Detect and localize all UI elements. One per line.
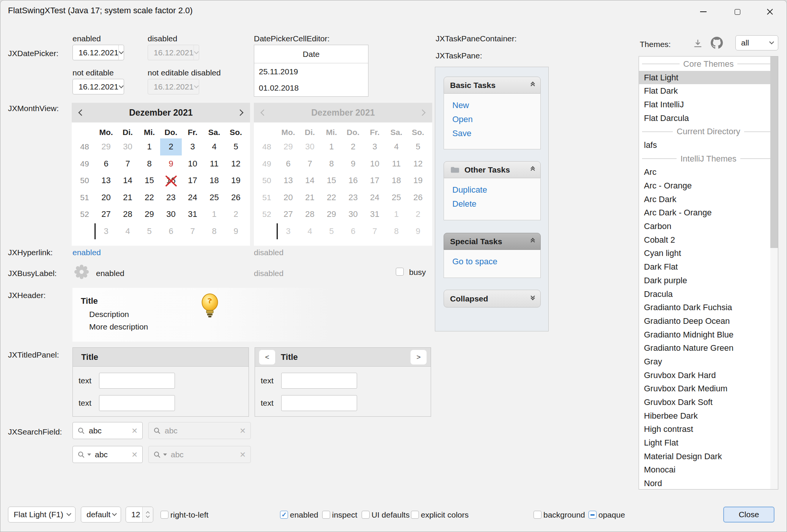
theme-item[interactable]: Gradianto Deep Ocean [639,314,778,328]
github-icon[interactable] [711,37,723,49]
theme-item[interactable]: Material Design Dark [639,450,778,463]
datepicker-enabled[interactable]: 16.12.2021 [72,45,124,60]
task-link[interactable]: Delete [452,199,540,213]
task-link[interactable]: Save [452,129,540,143]
calendar-day[interactable]: 1 [203,206,225,223]
enabled-checkbox[interactable] [280,511,288,519]
theme-item[interactable]: Hiberbee Dark [639,409,778,423]
theme-item[interactable]: Arc Dark - Orange [639,206,778,220]
calendar-day[interactable]: 6 [95,155,117,173]
clear-icon[interactable]: ✕ [131,450,138,459]
text-input[interactable] [99,395,175,411]
calendar-day[interactable]: 8 [203,223,225,240]
chevron-left-icon[interactable] [79,110,85,116]
task-link[interactable]: Open [452,115,540,129]
table-row[interactable]: 01.02.2018 [254,80,368,96]
calendar-day[interactable]: 19 [225,172,247,189]
close-button[interactable]: Close [723,507,774,523]
theme-item[interactable]: Gruvbox Dark Medium [639,382,778,396]
maximize-button[interactable] [725,3,749,21]
calendar-day[interactable]: 2 [160,138,182,155]
calendar-day[interactable]: 9 [160,155,182,173]
calendar-day[interactable]: 27 [95,206,117,223]
calendar-day[interactable]: 9 [225,223,247,240]
taskpane-header[interactable]: Basic Tasks [444,77,541,94]
theme-item[interactable]: Gruvbox Dark Hard [639,369,778,382]
theme-item[interactable]: Carbon [639,220,778,233]
calendar-day[interactable]: 5 [139,223,160,240]
theme-item[interactable]: Monocai [639,463,778,477]
text-input[interactable] [99,373,175,389]
calendar-day[interactable]: 26 [225,189,247,206]
theme-item[interactable]: Flat Dark [639,84,778,98]
minimize-button[interactable] [691,3,715,21]
theme-item[interactable]: Flat Darcula [639,111,778,125]
download-icon[interactable] [693,38,703,49]
calendar-day[interactable]: 13 [95,172,117,189]
calendar-day[interactable]: 5 [225,138,247,155]
calendar-day[interactable]: 23 [160,189,182,206]
calendar-day[interactable]: 30 [160,206,182,223]
font-size-spinner[interactable]: 12 [126,507,153,523]
theme-item[interactable]: Flat Light [639,71,778,85]
calendar-day[interactable]: 4 [117,223,139,240]
theme-item[interactable]: Nord [639,477,778,490]
calendar-day[interactable]: 14 [117,172,139,189]
theme-item[interactable]: Dracula [639,287,778,301]
taskpane-header[interactable]: Special Tasks [444,233,541,250]
themes-filter-combobox[interactable]: all [735,35,778,50]
calendar-day[interactable]: 24 [182,189,203,206]
calendar-day[interactable]: 7 [182,223,203,240]
calendar-day[interactable]: 29 [139,206,160,223]
task-link[interactable]: Go to space [452,257,540,271]
calendar-day[interactable]: 29 [95,138,117,155]
search-field-enabled[interactable]: abc ✕ [72,422,143,439]
spinner-buttons[interactable] [142,507,153,522]
prev-button[interactable]: < [259,350,275,365]
calendar-day[interactable]: 6 [160,223,182,240]
task-link[interactable]: Duplicate [452,185,540,199]
busy-checkbox[interactable] [396,268,404,276]
calendar-day[interactable]: 7 [117,155,139,173]
right-to-left-checkbox[interactable] [161,511,168,519]
scrollbar-thumb[interactable] [770,56,778,248]
clear-icon[interactable]: ✕ [131,426,138,435]
lookandfeel-combobox[interactable]: Flat Light (F1) [8,507,76,523]
calendar-day[interactable]: 3 [182,138,203,155]
datepicker-not-editable[interactable]: 16.12.2021 [72,79,124,94]
expand-icon[interactable] [531,297,534,301]
calendar-day[interactable]: 25 [203,189,225,206]
next-button[interactable]: > [410,350,427,365]
hyperlink-enabled[interactable]: enabled [72,248,101,257]
calendar-day[interactable]: 15 [139,172,160,189]
taskpane-header[interactable]: Collapsed [444,290,541,308]
calendar-day[interactable]: 18 [203,172,225,189]
calendar-day[interactable]: 30 [117,138,139,155]
theme-item[interactable]: Cyan light [639,247,778,261]
calendar-day[interactable]: 31 [182,206,203,223]
theme-item[interactable]: lafs [639,138,778,152]
calendar-day[interactable]: 4 [203,138,225,155]
theme-item[interactable]: Arc - Orange [639,179,778,193]
calendar-day[interactable]: 1 [139,138,160,155]
calendar-day[interactable]: 3 [95,223,117,240]
calendar-day[interactable]: 16 [160,172,182,189]
theme-item[interactable]: Dark purple [639,274,778,287]
calendar-day[interactable]: 10 [182,155,203,173]
theme-item[interactable]: Light Flat [639,436,778,450]
text-input[interactable] [281,373,357,389]
taskpane-header[interactable]: Other Tasks [444,161,541,178]
calendar-day[interactable]: 17 [182,172,203,189]
search-input[interactable]: abc [95,450,127,459]
chevron-right-icon[interactable] [237,110,244,116]
themes-scrollbar[interactable] [770,56,778,489]
theme-item[interactable]: Arc Dark [639,193,778,206]
theme-item[interactable]: Gradianto Midnight Blue [639,328,778,342]
datepicker-dropdown-button[interactable] [118,79,124,94]
themes-list[interactable]: Core ThemesFlat LightFlat DarkFlat Intel… [639,56,778,490]
theme-item[interactable]: Flat IntelliJ [639,98,778,111]
search-field-with-menu-enabled[interactable]: abc ✕ [72,446,143,463]
calendar-day[interactable]: 21 [117,189,139,206]
theme-item[interactable]: Gruvbox Dark Soft [639,395,778,409]
theme-item[interactable]: Cobalt 2 [639,233,778,247]
